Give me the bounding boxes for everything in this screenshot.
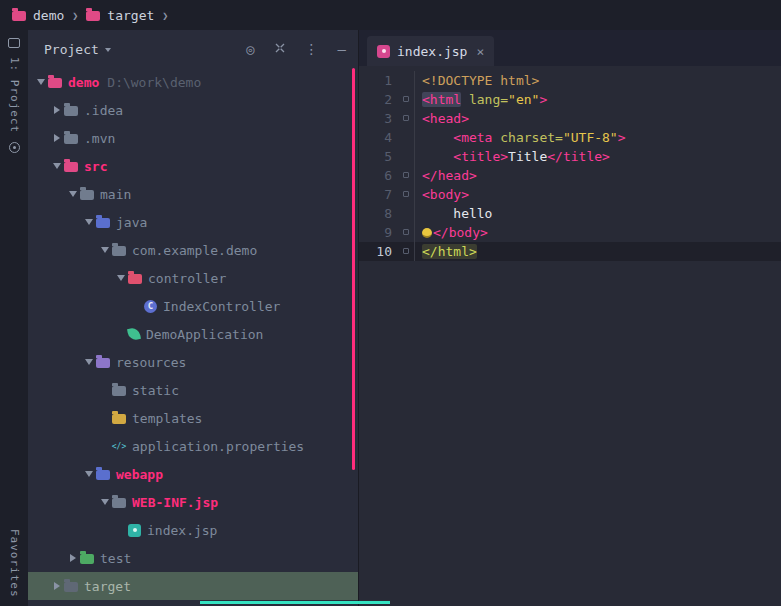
fold-gutter[interactable] (397, 109, 415, 128)
package-icon (112, 246, 126, 256)
tree-item-label: src (84, 159, 107, 174)
fold-gutter[interactable] (397, 166, 415, 185)
chevron-down-icon[interactable] (85, 219, 93, 225)
fold-marker-icon[interactable] (403, 172, 409, 178)
tree-item-idea[interactable]: .idea (28, 96, 358, 124)
close-tab-icon[interactable]: × (476, 44, 484, 59)
fold-marker-icon[interactable] (403, 191, 409, 197)
favorites-stripe-button[interactable]: Favorites (8, 529, 21, 598)
tree-item-templates[interactable]: templates (28, 404, 358, 432)
tree-item-target[interactable]: target (28, 572, 358, 600)
tree-item-demo[interactable]: demo D:\work\demo (28, 68, 358, 96)
tree-item-web-inf[interactable]: WEB-INF.jsp (28, 488, 358, 516)
code-token: lang= (469, 92, 508, 107)
fold-gutter[interactable] (397, 223, 415, 242)
project-stripe-label: 1: Project (8, 57, 21, 133)
project-path-hint: D:\work\demo (107, 75, 201, 90)
breadcrumb-bar: demo ❯ target ❯ (0, 0, 781, 30)
fold-marker-icon[interactable] (403, 248, 409, 254)
code-line[interactable]: 1 <!DOCTYPE html> (359, 71, 781, 90)
code-token: <!DOCTYPE html> (422, 73, 539, 88)
fold-gutter (397, 204, 415, 223)
hide-panel-icon[interactable]: — (338, 42, 346, 56)
code-line-current[interactable]: 10 </html> (359, 242, 781, 261)
chevron-down-icon[interactable] (85, 359, 93, 365)
line-number: 8 (359, 204, 397, 223)
code-token: <head> (422, 111, 469, 126)
chevron-down-icon[interactable] (101, 247, 109, 253)
chevron-down-icon[interactable] (53, 163, 61, 169)
code-token: </body> (433, 225, 488, 240)
more-options-icon[interactable]: ⋮ (305, 42, 319, 56)
tree-item-index-jsp[interactable]: index.jsp (28, 516, 358, 544)
code-line[interactable]: 5 <title>Title</title> (359, 147, 781, 166)
tree-item-demoapplication[interactable]: DemoApplication (28, 320, 358, 348)
tree-item-label: controller (148, 271, 226, 286)
tree-item-test[interactable]: test (28, 544, 358, 572)
code-token: </html> (422, 244, 477, 259)
chevron-right-icon: ❯ (161, 10, 169, 21)
tree-item-package[interactable]: com.example.demo (28, 236, 358, 264)
tree-item-resources[interactable]: resources (28, 348, 358, 376)
fold-marker-icon[interactable] (403, 115, 409, 121)
code-editor[interactable]: 1 <!DOCTYPE html> 2 <html lang="en"> 3 <… (359, 66, 781, 261)
chevron-down-icon[interactable] (101, 499, 109, 505)
fold-gutter (397, 128, 415, 147)
code-line[interactable]: 9 </body> (359, 223, 781, 242)
code-line[interactable]: 7 <body> (359, 185, 781, 204)
code-token: <body> (422, 187, 469, 202)
breadcrumb-item-target[interactable]: target (107, 8, 154, 23)
tree-item-label: DemoApplication (146, 327, 263, 342)
chevron-down-icon[interactable] (69, 191, 77, 197)
chevron-down-icon[interactable] (117, 275, 125, 281)
fold-gutter[interactable] (397, 90, 415, 109)
line-number: 10 (359, 242, 397, 261)
folder-icon (12, 11, 26, 21)
breadcrumb-item-demo[interactable]: demo (33, 8, 64, 23)
collapse-all-icon[interactable] (274, 42, 286, 56)
code-token: hello (422, 206, 492, 221)
tree-item-label: WEB-INF.jsp (132, 495, 218, 510)
code-line[interactable]: 4 <meta charset="UTF-8"> (359, 128, 781, 147)
project-panel-title[interactable]: Project (44, 42, 99, 57)
project-stripe-button[interactable]: 1: Project (8, 38, 21, 153)
chevron-right-icon[interactable] (70, 554, 76, 562)
tree-item-java[interactable]: java (28, 208, 358, 236)
fold-gutter[interactable] (397, 242, 415, 261)
folder-icon (112, 386, 126, 396)
chevron-down-icon[interactable] (85, 471, 93, 477)
tree-item-application-properties[interactable]: application.properties (28, 432, 358, 460)
spring-boot-icon (127, 327, 141, 341)
tree-item-static[interactable]: static (28, 376, 358, 404)
line-number: 4 (359, 128, 397, 147)
tree-item-src[interactable]: src (28, 152, 358, 180)
fold-marker-icon[interactable] (403, 96, 409, 102)
tree-item-main[interactable]: main (28, 180, 358, 208)
tree-item-label: com.example.demo (132, 243, 257, 258)
tab-index-jsp[interactable]: index.jsp × (367, 36, 494, 66)
tree-item-webapp[interactable]: webapp (28, 460, 358, 488)
tree-item-controller[interactable]: controller (28, 264, 358, 292)
tree-item-mvn[interactable]: .mvn (28, 124, 358, 152)
code-line[interactable]: 2 <html lang="en"> (359, 90, 781, 109)
chevron-right-icon[interactable] (54, 106, 60, 114)
code-line[interactable]: 6 </head> (359, 166, 781, 185)
tree-item-indexcontroller[interactable]: IndexController (28, 292, 358, 320)
code-line[interactable]: 8 hello (359, 204, 781, 223)
java-folder-icon (96, 218, 110, 228)
line-number: 5 (359, 147, 397, 166)
locate-file-icon[interactable]: ◎ (246, 42, 254, 56)
chevron-down-icon[interactable] (105, 48, 111, 52)
tree-scrollbar[interactable] (352, 68, 355, 470)
intention-bulb-icon[interactable] (422, 228, 432, 238)
code-line[interactable]: 3 <head> (359, 109, 781, 128)
chevron-right-icon[interactable] (54, 582, 60, 590)
source-folder-icon (64, 162, 78, 172)
chevron-right-icon[interactable] (54, 134, 60, 142)
tree-item-label: resources (116, 355, 186, 370)
chevron-down-icon[interactable] (37, 79, 45, 85)
fold-marker-icon[interactable] (403, 229, 409, 235)
line-number: 1 (359, 71, 397, 90)
fold-gutter[interactable] (397, 185, 415, 204)
code-token: <meta (453, 130, 500, 145)
